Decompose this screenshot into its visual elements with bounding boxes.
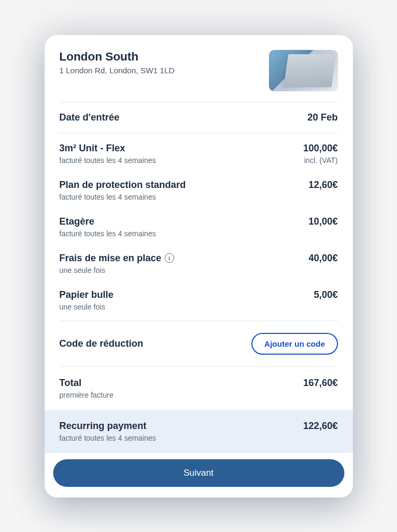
line-item: Etagèrefacturé toutes les 4 semaines10,0… — [45, 209, 353, 245]
recurring-row: Recurring payment facturé toutes les 4 s… — [45, 410, 353, 453]
add-promo-button[interactable]: Ajouter un code — [251, 333, 337, 355]
line-item-sub: facturé toutes les 4 semaines — [60, 229, 309, 238]
next-button[interactable]: Suivant — [53, 459, 344, 487]
line-item-title: Etagère — [60, 216, 309, 227]
location-header: London South 1 London Rd, London, SW1 1L… — [45, 35, 353, 102]
recurring-label: Recurring payment — [60, 421, 303, 432]
line-item-price: 5,00€ — [314, 289, 337, 301]
line-item-price: 10,00€ — [308, 216, 337, 227]
line-item-price-sub: incl. (VAT) — [303, 156, 337, 165]
line-item-price: 40,00€ — [308, 253, 337, 264]
cta-wrap: Suivant — [45, 453, 353, 497]
total-row: Total première facture 167,60€ — [45, 367, 353, 410]
location-text: London South 1 London Rd, London, SW1 1L… — [60, 50, 260, 75]
line-item-title: 3m² Unit - Flex — [60, 143, 303, 154]
line-item: Plan de protection standardfacturé toute… — [45, 172, 353, 209]
line-item-title: Plan de protection standard — [60, 179, 309, 191]
total-sub: première facture — [60, 391, 303, 399]
location-address: 1 London Rd, London, SW1 1LD — [60, 66, 260, 75]
line-item-title: Frais de mise en placei — [60, 253, 309, 264]
promo-label: Code de réduction — [60, 338, 143, 349]
line-item: 3m² Unit - Flexfacturé toutes les 4 sema… — [45, 135, 353, 172]
line-item: Papier bulleune seule fois5,00€ — [45, 282, 353, 319]
info-icon[interactable]: i — [165, 253, 174, 263]
line-item-price: 12,60€ — [308, 179, 337, 191]
checkout-card: London South 1 London Rd, London, SW1 1L… — [45, 35, 353, 497]
line-item-title: Papier bulle — [60, 289, 314, 301]
location-name: London South — [60, 50, 260, 64]
move-in-value: 20 Feb — [307, 112, 337, 123]
promo-row: Code de réduction Ajouter un code — [45, 321, 353, 366]
location-thumbnail — [269, 50, 338, 91]
line-item-sub: une seule fois — [60, 266, 309, 274]
move-in-row: Date d'entrée 20 Feb — [45, 102, 353, 133]
move-in-label: Date d'entrée — [60, 112, 308, 123]
line-item-sub: facturé toutes les 4 semaines — [60, 193, 309, 201]
total-label: Total — [60, 377, 303, 389]
total-value: 167,60€ — [303, 377, 337, 389]
recurring-value: 122,60€ — [303, 421, 337, 432]
recurring-sub: facturé toutes les 4 semaines — [60, 434, 303, 442]
line-item-sub: une seule fois — [60, 303, 314, 311]
line-item-sub: facturé toutes les 4 semaines — [60, 156, 303, 165]
line-items: 3m² Unit - Flexfacturé toutes les 4 sema… — [45, 133, 353, 321]
line-item: Frais de mise en placeiune seule fois40,… — [45, 245, 353, 282]
line-item-price: 100,00€ — [303, 143, 337, 154]
